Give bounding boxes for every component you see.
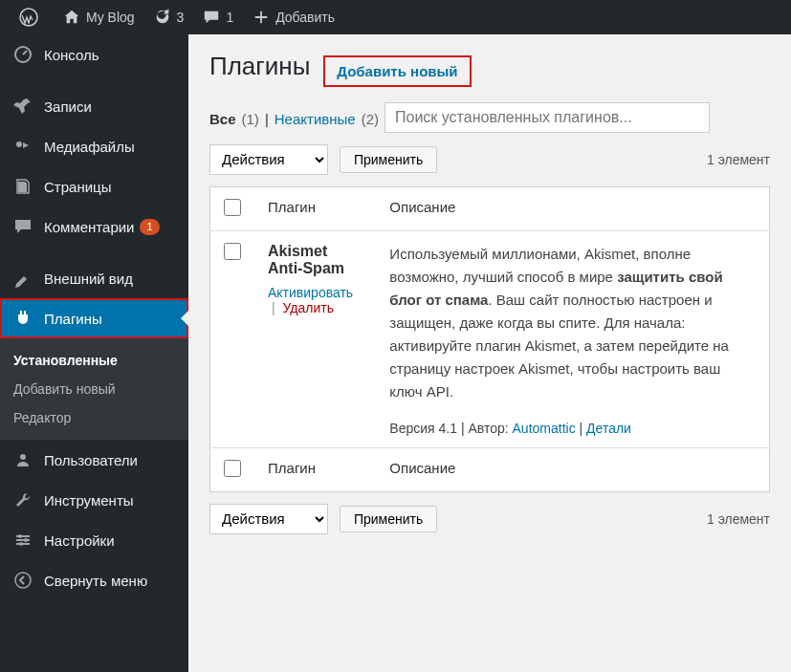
row-actions: Активировать | Удалить [268, 285, 363, 315]
elements-count-bottom: 1 элемент [707, 511, 770, 527]
sidebar-item-label: Страницы [44, 179, 111, 195]
media-icon [11, 137, 34, 156]
sidebar-item-plugins[interactable]: Плагины [0, 298, 188, 338]
home-icon [63, 9, 80, 26]
sidebar-item-posts[interactable]: Записи [0, 86, 188, 126]
sidebar-item-tools[interactable]: Инструменты [0, 480, 188, 520]
sidebar-item-users[interactable]: Пользователи [0, 440, 188, 480]
details-link[interactable]: Детали [586, 421, 631, 436]
apply-button-bottom[interactable]: Применить [340, 506, 437, 532]
submenu-installed[interactable]: Установленные [0, 346, 188, 375]
bulk-action-select[interactable]: Действия [209, 144, 328, 175]
badge: 1 [140, 219, 159, 235]
site-link[interactable]: My Blog [54, 9, 144, 26]
add-new-button[interactable]: Добавить новый [323, 55, 471, 87]
svg-point-2 [16, 141, 22, 147]
filter-all[interactable]: Все [209, 111, 236, 127]
sidebar-item-label: Инструменты [44, 492, 134, 509]
tablenav-bottom: Действия Применить 1 элемент [209, 504, 770, 534]
admin-bar: My Blog 3 1 Добавить [0, 0, 791, 34]
site-name: My Blog [86, 10, 135, 25]
pages-icon [11, 177, 34, 196]
appearance-icon [11, 269, 34, 288]
wordpress-icon [19, 8, 38, 27]
sidebar-item-label: Пользователи [44, 452, 138, 468]
delete-link[interactable]: Удалить [283, 300, 334, 315]
submenu-add-new[interactable]: Добавить новый [0, 375, 188, 403]
sidebar-item-media[interactable]: Медиафайлы [0, 126, 188, 166]
comments-icon [11, 217, 34, 236]
sidebar-item-label: Настройки [44, 532, 115, 549]
tools-icon [11, 490, 34, 509]
plugin-meta: Версия 4.1 | Автор: Automattic | Детали [389, 421, 756, 436]
svg-point-9 [19, 542, 23, 546]
row-checkbox[interactable] [224, 243, 241, 260]
plugins-submenu: Установленные Добавить новый Редактор [0, 338, 188, 440]
admin-sidebar: Консоль Записи Медиафайлы Страницы Комме… [0, 34, 188, 672]
select-all-checkbox[interactable] [224, 199, 241, 216]
comments-count: 1 [226, 10, 233, 25]
sidebar-item-comments[interactable]: Комментарии 1 [0, 206, 188, 247]
filter-links: Все (1) | Неактивные (2) [209, 106, 770, 133]
updates-link[interactable]: 3 [144, 9, 194, 26]
settings-icon [11, 531, 34, 550]
sidebar-item-dashboard[interactable]: Консоль [0, 34, 188, 75]
col-description[interactable]: Описание [376, 186, 769, 230]
svg-point-8 [24, 538, 28, 542]
activate-link[interactable]: Активировать [268, 285, 353, 300]
apply-button[interactable]: Применить [340, 146, 437, 173]
plugin-row: Akismet Anti-Spam Активировать | Удалить… [210, 230, 770, 447]
sidebar-item-label: Плагины [44, 311, 102, 327]
select-all-checkbox-bottom[interactable] [224, 460, 241, 477]
author-link[interactable]: Automattic [513, 421, 576, 436]
sidebar-item-settings[interactable]: Настройки [0, 520, 188, 560]
elements-count: 1 элемент [707, 152, 770, 167]
plugin-description: Используемый миллионами, Akismet, вполне… [389, 243, 756, 403]
col-plugin[interactable]: Плагин [254, 186, 376, 230]
sidebar-item-label: Медиафайлы [44, 139, 135, 155]
tablenav-top: Действия Применить 1 элемент [209, 144, 770, 175]
comment-icon [203, 9, 220, 26]
svg-point-3 [20, 454, 26, 460]
sidebar-item-label: Консоль [44, 47, 99, 63]
filter-inactive[interactable]: Неактивные [275, 111, 356, 127]
page-title: Плагины [209, 52, 310, 81]
new-content-link[interactable]: Добавить [243, 9, 344, 26]
comments-link[interactable]: 1 [193, 9, 243, 26]
update-icon [154, 9, 171, 26]
wp-logo[interactable] [10, 8, 54, 27]
sidebar-item-label: Записи [44, 98, 92, 115]
dashboard-icon [11, 45, 34, 64]
submenu-editor[interactable]: Редактор [0, 403, 188, 432]
new-content-label: Добавить [275, 10, 335, 25]
plugins-table: Плагин Описание Akismet Anti-Spam Активи… [209, 186, 770, 492]
pin-icon [11, 97, 34, 116]
col-plugin-foot[interactable]: Плагин [254, 447, 376, 491]
plus-icon [253, 9, 270, 26]
sidebar-item-pages[interactable]: Страницы [0, 166, 188, 206]
bulk-action-select-bottom[interactable]: Действия [209, 504, 328, 534]
content-area: Плагины Добавить новый Все (1) | Неактив… [188, 34, 791, 672]
sidebar-item-label: Внешний вид [44, 271, 133, 287]
sidebar-item-label: Свернуть меню [44, 573, 147, 589]
col-description-foot[interactable]: Описание [376, 447, 769, 491]
svg-point-7 [18, 534, 22, 538]
plugins-icon [11, 309, 34, 328]
sidebar-item-label: Комментарии [44, 219, 134, 235]
users-icon [11, 450, 34, 469]
search-input[interactable] [385, 102, 710, 133]
updates-count: 3 [177, 10, 185, 25]
collapse-icon [11, 571, 34, 590]
sidebar-item-appearance[interactable]: Внешний вид [0, 258, 188, 298]
svg-point-10 [15, 573, 31, 588]
plugin-name: Akismet Anti-Spam [268, 243, 363, 277]
sidebar-collapse[interactable]: Свернуть меню [0, 560, 188, 600]
